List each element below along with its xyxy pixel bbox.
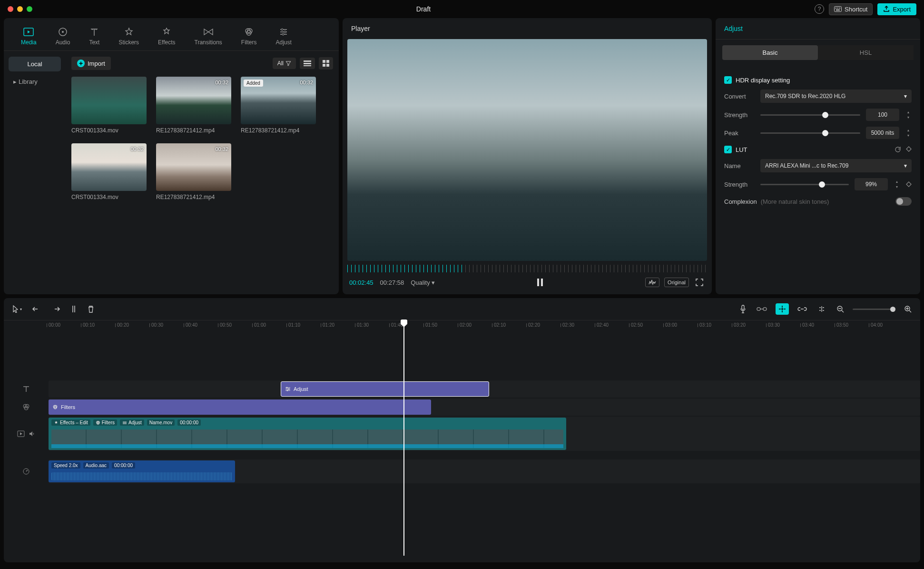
- link-toggle[interactable]: [755, 304, 769, 314]
- adjust-clip[interactable]: Adjust: [281, 381, 489, 397]
- ruler-tick: 00:30: [151, 322, 163, 328]
- svg-point-29: [288, 389, 290, 390]
- minimize-window[interactable]: [17, 6, 23, 12]
- delete-button[interactable]: [86, 303, 96, 315]
- audio-tc-tag: 00:00:00: [112, 462, 135, 469]
- tab-audio-label: Audio: [56, 39, 70, 46]
- adjust-tab-hsl[interactable]: HSL: [818, 45, 914, 60]
- filters-clip[interactable]: Filters: [49, 399, 431, 415]
- view-list[interactable]: [300, 58, 315, 69]
- svg-rect-21: [537, 279, 539, 286]
- zoom-out[interactable]: [835, 303, 846, 315]
- sidebar-local[interactable]: Local: [9, 57, 61, 71]
- player-viewport[interactable]: [347, 39, 707, 261]
- media-thumbnail[interactable]: [71, 77, 147, 124]
- fullscreen-button[interactable]: [694, 277, 705, 288]
- lut-checkbox[interactable]: ✓: [724, 146, 732, 153]
- svg-rect-15: [304, 63, 311, 64]
- scopes-button[interactable]: [645, 278, 659, 287]
- svg-rect-25: [763, 308, 767, 310]
- filter-all[interactable]: All: [273, 58, 296, 69]
- playhead[interactable]: [403, 320, 404, 556]
- export-icon: [883, 6, 890, 12]
- hdr-checkbox[interactable]: ✓: [724, 76, 732, 84]
- complexion-toggle[interactable]: [895, 197, 912, 206]
- stepper-up[interactable]: ▴: [894, 180, 900, 184]
- media-thumbnail[interactable]: 00:32: [71, 143, 147, 191]
- preview-axis[interactable]: [816, 304, 828, 314]
- hdr-strength-value[interactable]: 100: [866, 109, 899, 121]
- linked-selection[interactable]: [796, 304, 809, 314]
- stepper-down[interactable]: ▾: [905, 115, 912, 120]
- text-icon: [89, 27, 99, 37]
- stepper-down[interactable]: ▾: [894, 185, 900, 190]
- media-thumbnail[interactable]: 00:32: [156, 77, 231, 124]
- compare-original[interactable]: Original: [664, 278, 689, 287]
- snap-toggle[interactable]: [776, 303, 789, 315]
- peak-value[interactable]: 5000 nits: [866, 127, 899, 139]
- tab-transitions[interactable]: Transitions: [185, 22, 232, 50]
- zoom-slider[interactable]: [853, 309, 895, 310]
- keyframe-icon[interactable]: [906, 146, 912, 153]
- chevron-down-icon: ▾: [904, 93, 907, 100]
- record-voiceover[interactable]: [738, 303, 748, 315]
- redo-button[interactable]: [49, 304, 62, 314]
- maximize-window[interactable]: [27, 6, 32, 12]
- adjust-icon: [278, 27, 289, 37]
- lut-strength-value[interactable]: 99%: [855, 178, 888, 190]
- close-window[interactable]: [8, 6, 13, 12]
- media-item[interactable]: Added 00:32 RE127838721412.mp4: [241, 77, 316, 134]
- player-scrubber[interactable]: [347, 265, 707, 272]
- convert-select[interactable]: Rec.709 SDR to Rec.2020 HLG ▾: [760, 90, 912, 103]
- shortcut-button[interactable]: Shortcut: [829, 3, 873, 15]
- stepper-up[interactable]: ▴: [905, 110, 912, 115]
- svg-rect-23: [742, 305, 744, 309]
- media-item[interactable]: 00:32 CRST001334.mov: [71, 143, 147, 200]
- ruler-tick: 00:00: [49, 322, 60, 328]
- export-button[interactable]: Export: [877, 3, 916, 15]
- reset-icon[interactable]: [895, 146, 901, 153]
- sidebar-library[interactable]: ▸ Library: [9, 74, 61, 89]
- media-name: RE127838721412.mp4: [156, 127, 231, 134]
- pause-button[interactable]: [534, 276, 546, 289]
- undo-button[interactable]: [30, 304, 43, 314]
- tab-adjust[interactable]: Adjust: [266, 22, 301, 50]
- ruler-tick: 01:00: [254, 322, 266, 328]
- help-icon[interactable]: ?: [815, 4, 824, 14]
- split-button[interactable]: [69, 303, 79, 315]
- mute-track-icon[interactable]: [29, 430, 35, 437]
- stepper-down[interactable]: ▾: [905, 133, 912, 138]
- tab-text[interactable]: Text: [79, 22, 109, 50]
- tab-stickers[interactable]: Stickers: [109, 22, 148, 50]
- tab-media[interactable]: Media: [11, 22, 46, 50]
- view-grid[interactable]: [319, 57, 333, 70]
- peak-slider[interactable]: [760, 132, 860, 134]
- adjust-tab-basic[interactable]: Basic: [722, 45, 818, 60]
- lut-strength-slider[interactable]: [760, 184, 849, 185]
- media-item[interactable]: 00:32 RE127838721412.mp4: [156, 77, 231, 134]
- quality-menu[interactable]: Quality ▾: [411, 279, 435, 286]
- tab-media-label: Media: [21, 39, 37, 46]
- tab-audio[interactable]: Audio: [46, 22, 80, 50]
- tab-filters[interactable]: Filters: [232, 22, 266, 50]
- fullscreen-icon: [696, 279, 703, 286]
- selection-tool[interactable]: ▾: [10, 303, 24, 315]
- stepper-up[interactable]: ▴: [905, 128, 912, 133]
- lut-select[interactable]: ARRI ALEXA Mini ...c to Rec.709 ▾: [760, 159, 912, 172]
- media-grid: CRST001334.mov 00:32 RE127838721412.mp4 …: [71, 77, 333, 200]
- ruler-tick: 03:30: [768, 322, 780, 328]
- hdr-strength-slider[interactable]: [760, 114, 860, 116]
- audio-clip[interactable]: Speed 2.0x Audio.aac 00:00:00: [49, 460, 235, 482]
- media-thumbnail[interactable]: 00:32: [156, 143, 231, 191]
- import-button[interactable]: + Import: [71, 57, 111, 70]
- zoom-in[interactable]: [902, 303, 914, 315]
- keyframe-icon[interactable]: [906, 181, 912, 187]
- media-item[interactable]: CRST001334.mov: [71, 77, 147, 134]
- media-duration: 00:32: [300, 80, 313, 85]
- tab-effects-label: Effects: [158, 39, 175, 46]
- timeline-ruler[interactable]: 00:0000:1000:2000:3000:4000:5001:0001:10…: [49, 320, 920, 332]
- media-thumbnail[interactable]: Added 00:32: [241, 77, 316, 124]
- video-clip[interactable]: Effects – Edit Filters Adjust Name.mov 0…: [49, 418, 566, 450]
- media-item[interactable]: 00:32 RE127838721412.mp4: [156, 143, 231, 200]
- tab-effects[interactable]: Effects: [148, 22, 185, 50]
